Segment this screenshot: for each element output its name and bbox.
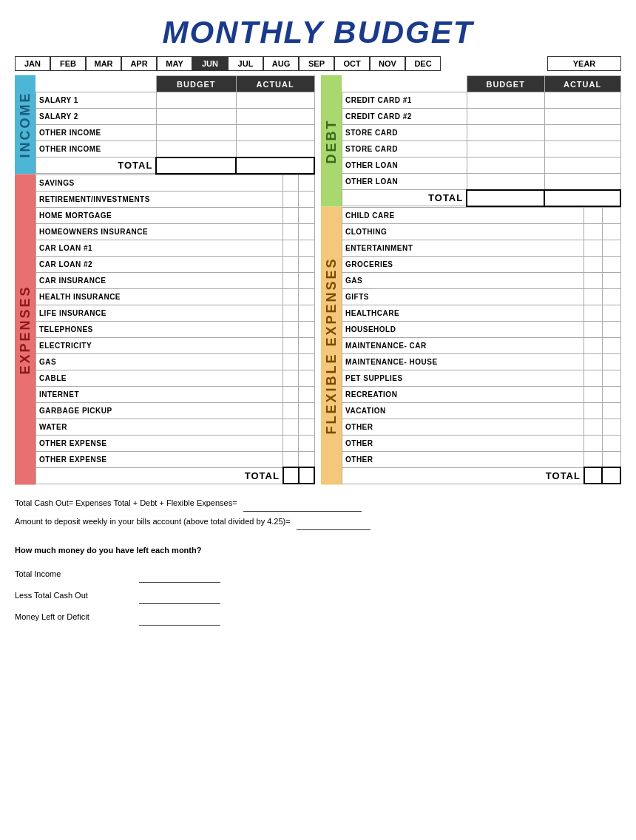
flexible-row-actual[interactable]: [602, 353, 620, 370]
expenses-row-actual[interactable]: [299, 240, 314, 256]
income-row-actual[interactable]: [236, 109, 314, 125]
expenses-row-actual[interactable]: [299, 402, 314, 419]
debt-row-budget[interactable]: [467, 174, 544, 190]
expenses-row-actual[interactable]: [299, 386, 314, 402]
flexible-row-actual[interactable]: [602, 321, 620, 337]
expenses-total-budget[interactable]: [283, 467, 299, 484]
flexible-row-budget[interactable]: [584, 451, 603, 467]
flexible-row-actual[interactable]: [602, 240, 620, 256]
tab-oct[interactable]: OCT: [334, 56, 370, 71]
expenses-row-budget[interactable]: [283, 223, 299, 240]
flexible-row-actual[interactable]: [602, 435, 620, 451]
expenses-row-actual[interactable]: [299, 305, 314, 321]
flexible-row-actual[interactable]: [602, 419, 620, 435]
income-row-actual[interactable]: [236, 125, 314, 141]
flexible-row-budget[interactable]: [584, 419, 603, 435]
expenses-row-budget[interactable]: [283, 386, 299, 402]
expenses-row-actual[interactable]: [299, 370, 314, 386]
debt-row-budget[interactable]: [467, 141, 544, 158]
expenses-row-budget[interactable]: [283, 353, 299, 370]
tab-jul[interactable]: JUL: [228, 56, 263, 71]
flexible-row-actual[interactable]: [602, 256, 620, 272]
debt-total-actual[interactable]: [544, 190, 620, 206]
expenses-row-budget[interactable]: [283, 288, 299, 305]
flexible-row-actual[interactable]: [602, 402, 620, 419]
income-row-budget[interactable]: [156, 109, 236, 125]
flexible-total-budget[interactable]: [584, 467, 603, 484]
less-cash-out-field[interactable]: [139, 587, 220, 604]
expenses-row-actual[interactable]: [299, 288, 314, 305]
weekly-deposit-field[interactable]: [297, 513, 371, 530]
debt-row-actual[interactable]: [544, 109, 620, 125]
cash-out-field[interactable]: [243, 495, 362, 512]
expenses-row-actual[interactable]: [299, 223, 314, 240]
flexible-row-budget[interactable]: [584, 321, 603, 337]
expenses-total-actual[interactable]: [299, 467, 314, 484]
income-row-budget[interactable]: [156, 125, 236, 141]
flexible-row-budget[interactable]: [584, 402, 603, 419]
debt-row-actual[interactable]: [544, 92, 620, 109]
debt-total-budget[interactable]: [467, 190, 544, 206]
debt-row-actual[interactable]: [544, 141, 620, 158]
money-left-field[interactable]: [139, 609, 220, 626]
expenses-row-actual[interactable]: [299, 256, 314, 272]
flexible-row-budget[interactable]: [584, 337, 603, 353]
flexible-row-actual[interactable]: [602, 288, 620, 305]
expenses-row-budget[interactable]: [283, 175, 299, 191]
expenses-row-actual[interactable]: [299, 337, 314, 353]
debt-row-budget[interactable]: [467, 92, 544, 109]
expenses-row-actual[interactable]: [299, 435, 314, 451]
debt-row-actual[interactable]: [544, 158, 620, 174]
flexible-row-budget[interactable]: [584, 207, 603, 223]
tab-sep[interactable]: SEP: [299, 56, 334, 71]
expenses-row-budget[interactable]: [283, 435, 299, 451]
expenses-row-actual[interactable]: [299, 191, 314, 207]
flexible-row-budget[interactable]: [584, 435, 603, 451]
tab-mar[interactable]: MAR: [86, 56, 121, 71]
flexible-row-actual[interactable]: [602, 337, 620, 353]
flexible-row-budget[interactable]: [584, 305, 603, 321]
flexible-row-budget[interactable]: [584, 223, 603, 240]
expenses-row-actual[interactable]: [299, 451, 314, 467]
expenses-row-actual[interactable]: [299, 321, 314, 337]
tab-jun[interactable]: JUN: [192, 56, 228, 71]
income-row-budget[interactable]: [156, 92, 236, 109]
expenses-row-budget[interactable]: [283, 207, 299, 223]
year-tab[interactable]: YEAR: [547, 56, 621, 71]
income-total-actual[interactable]: [236, 158, 314, 174]
expenses-row-budget[interactable]: [283, 256, 299, 272]
flexible-total-actual[interactable]: [602, 467, 620, 484]
debt-row-budget[interactable]: [467, 158, 544, 174]
expenses-row-budget[interactable]: [283, 419, 299, 435]
tab-may[interactable]: MAY: [157, 56, 192, 71]
tab-jan[interactable]: JAN: [15, 56, 50, 71]
expenses-row-actual[interactable]: [299, 353, 314, 370]
expenses-row-budget[interactable]: [283, 337, 299, 353]
expenses-row-budget[interactable]: [283, 451, 299, 467]
tab-nov[interactable]: NOV: [370, 56, 405, 71]
expenses-row-budget[interactable]: [283, 305, 299, 321]
debt-row-budget[interactable]: [467, 109, 544, 125]
income-row-actual[interactable]: [236, 141, 314, 158]
expenses-row-actual[interactable]: [299, 419, 314, 435]
tab-feb[interactable]: FEB: [50, 56, 86, 71]
debt-row-actual[interactable]: [544, 125, 620, 141]
flexible-row-budget[interactable]: [584, 240, 603, 256]
flexible-row-actual[interactable]: [602, 272, 620, 288]
expenses-row-budget[interactable]: [283, 272, 299, 288]
flexible-row-budget[interactable]: [584, 256, 603, 272]
debt-row-budget[interactable]: [467, 125, 544, 141]
expenses-row-budget[interactable]: [283, 321, 299, 337]
income-row-budget[interactable]: [156, 141, 236, 158]
flexible-row-budget[interactable]: [584, 288, 603, 305]
expenses-row-actual[interactable]: [299, 175, 314, 191]
total-income-field[interactable]: [139, 566, 220, 583]
flexible-row-actual[interactable]: [602, 207, 620, 223]
flexible-row-actual[interactable]: [602, 386, 620, 402]
flexible-row-actual[interactable]: [602, 223, 620, 240]
expenses-row-budget[interactable]: [283, 402, 299, 419]
flexible-row-actual[interactable]: [602, 305, 620, 321]
expenses-row-actual[interactable]: [299, 272, 314, 288]
tab-apr[interactable]: APR: [121, 56, 157, 71]
flexible-row-budget[interactable]: [584, 386, 603, 402]
